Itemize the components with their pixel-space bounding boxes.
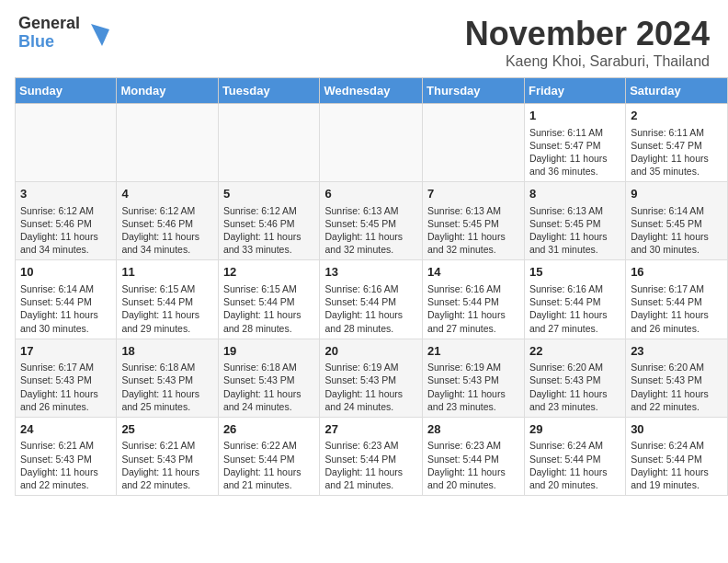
calendar-week-row: 3Sunrise: 6:12 AM Sunset: 5:46 PM Daylig… [16,182,728,260]
logo: General Blue [18,15,109,52]
calendar-table: SundayMondayTuesdayWednesdayThursdayFrid… [15,77,728,496]
day-number: 4 [121,186,212,202]
day-info: Sunrise: 6:19 AM Sunset: 5:43 PM Dayligh… [427,362,506,412]
day-info: Sunrise: 6:16 AM Sunset: 5:44 PM Dayligh… [529,283,608,334]
calendar-cell: 5Sunrise: 6:12 AM Sunset: 5:46 PM Daylig… [218,182,320,260]
day-number: 14 [427,264,519,281]
day-info: Sunrise: 6:11 AM Sunset: 5:47 PM Dayligh… [631,127,709,178]
day-number: 7 [427,186,519,202]
day-number: 22 [529,343,620,360]
calendar-cell: 4Sunrise: 6:12 AM Sunset: 5:46 PM Daylig… [117,182,218,260]
day-info: Sunrise: 6:17 AM Sunset: 5:44 PM Dayligh… [631,283,709,334]
day-info: Sunrise: 6:14 AM Sunset: 5:45 PM Dayligh… [631,205,709,256]
day-info: Sunrise: 6:20 AM Sunset: 5:43 PM Dayligh… [529,362,608,412]
day-info: Sunrise: 6:21 AM Sunset: 5:43 PM Dayligh… [20,440,98,490]
day-info: Sunrise: 6:23 AM Sunset: 5:44 PM Dayligh… [427,440,506,490]
day-info: Sunrise: 6:12 AM Sunset: 5:46 PM Dayligh… [121,205,199,256]
logo-text: General Blue [18,15,80,52]
calendar-cell [423,104,525,182]
title-block: November 2024 Kaeng Khoi, Saraburi, Thai… [465,15,710,70]
weekday-header-friday: Friday [524,78,625,104]
calendar-cell: 19Sunrise: 6:18 AM Sunset: 5:43 PM Dayli… [218,339,320,417]
day-number: 8 [529,186,620,202]
day-info: Sunrise: 6:24 AM Sunset: 5:44 PM Dayligh… [631,440,709,490]
day-info: Sunrise: 6:15 AM Sunset: 5:44 PM Dayligh… [121,283,199,334]
calendar-cell: 9Sunrise: 6:14 AM Sunset: 5:45 PM Daylig… [626,182,728,260]
day-info: Sunrise: 6:13 AM Sunset: 5:45 PM Dayligh… [529,205,608,256]
logo-general: General [18,15,80,33]
day-number: 2 [631,108,722,124]
calendar-cell: 11Sunrise: 6:15 AM Sunset: 5:44 PM Dayli… [117,260,218,339]
day-info: Sunrise: 6:13 AM Sunset: 5:45 PM Dayligh… [324,205,403,256]
day-info: Sunrise: 6:15 AM Sunset: 5:44 PM Dayligh… [223,283,301,334]
weekday-header-sunday: Sunday [16,78,117,104]
day-info: Sunrise: 6:11 AM Sunset: 5:47 PM Dayligh… [529,127,608,178]
day-info: Sunrise: 6:16 AM Sunset: 5:44 PM Dayligh… [427,283,506,334]
calendar-cell: 30Sunrise: 6:24 AM Sunset: 5:44 PM Dayli… [626,417,728,495]
day-number: 12 [223,264,315,281]
calendar-cell: 25Sunrise: 6:21 AM Sunset: 5:43 PM Dayli… [117,417,218,495]
calendar-cell: 13Sunrise: 6:16 AM Sunset: 5:44 PM Dayli… [320,260,423,339]
day-number: 5 [223,186,315,202]
day-info: Sunrise: 6:16 AM Sunset: 5:44 PM Dayligh… [324,283,403,334]
day-info: Sunrise: 6:14 AM Sunset: 5:44 PM Dayligh… [20,283,98,334]
calendar-cell: 14Sunrise: 6:16 AM Sunset: 5:44 PM Dayli… [423,260,525,339]
calendar-cell: 27Sunrise: 6:23 AM Sunset: 5:44 PM Dayli… [320,417,423,495]
day-info: Sunrise: 6:17 AM Sunset: 5:43 PM Dayligh… [20,362,98,412]
calendar-cell: 6Sunrise: 6:13 AM Sunset: 5:45 PM Daylig… [320,182,423,260]
calendar-cell: 7Sunrise: 6:13 AM Sunset: 5:45 PM Daylig… [423,182,525,260]
weekday-header-tuesday: Tuesday [218,78,320,104]
calendar-cell: 10Sunrise: 6:14 AM Sunset: 5:44 PM Dayli… [16,260,117,339]
calendar-cell: 22Sunrise: 6:20 AM Sunset: 5:43 PM Dayli… [524,339,625,417]
logo-icon [84,20,109,46]
calendar-cell: 21Sunrise: 6:19 AM Sunset: 5:43 PM Dayli… [423,339,525,417]
day-info: Sunrise: 6:13 AM Sunset: 5:45 PM Dayligh… [427,205,506,256]
day-number: 30 [631,421,722,438]
day-number: 20 [324,343,417,360]
calendar-cell [117,104,218,182]
day-info: Sunrise: 6:12 AM Sunset: 5:46 PM Dayligh… [20,205,98,256]
day-number: 29 [529,421,620,438]
day-number: 13 [324,264,417,281]
logo-blue: Blue [18,33,80,52]
calendar-cell: 23Sunrise: 6:20 AM Sunset: 5:43 PM Dayli… [626,339,728,417]
day-number: 23 [631,343,722,360]
day-info: Sunrise: 6:23 AM Sunset: 5:44 PM Dayligh… [324,440,403,490]
day-number: 26 [223,421,315,438]
day-number: 21 [427,343,519,360]
day-number: 10 [20,264,111,281]
day-number: 16 [631,264,722,281]
day-number: 24 [20,421,111,438]
day-number: 1 [529,108,620,124]
day-info: Sunrise: 6:22 AM Sunset: 5:44 PM Dayligh… [223,440,301,490]
calendar-cell: 17Sunrise: 6:17 AM Sunset: 5:43 PM Dayli… [16,339,117,417]
day-number: 11 [121,264,212,281]
calendar-cell [320,104,423,182]
svg-marker-0 [91,24,109,46]
calendar-week-row: 17Sunrise: 6:17 AM Sunset: 5:43 PM Dayli… [16,339,728,417]
day-info: Sunrise: 6:24 AM Sunset: 5:44 PM Dayligh… [529,440,608,490]
calendar-cell: 1Sunrise: 6:11 AM Sunset: 5:47 PM Daylig… [524,104,625,182]
day-number: 3 [20,186,111,202]
day-info: Sunrise: 6:18 AM Sunset: 5:43 PM Dayligh… [121,362,199,412]
day-info: Sunrise: 6:18 AM Sunset: 5:43 PM Dayligh… [223,362,301,412]
calendar-week-row: 24Sunrise: 6:21 AM Sunset: 5:43 PM Dayli… [16,417,728,495]
day-number: 17 [20,343,111,360]
calendar-cell: 3Sunrise: 6:12 AM Sunset: 5:46 PM Daylig… [16,182,117,260]
calendar-cell [218,104,320,182]
day-number: 28 [427,421,519,438]
calendar-cell: 12Sunrise: 6:15 AM Sunset: 5:44 PM Dayli… [218,260,320,339]
month-title: November 2024 [465,15,710,53]
day-number: 25 [121,421,212,438]
day-info: Sunrise: 6:19 AM Sunset: 5:43 PM Dayligh… [324,362,403,412]
calendar-cell: 29Sunrise: 6:24 AM Sunset: 5:44 PM Dayli… [524,417,625,495]
calendar-cell: 26Sunrise: 6:22 AM Sunset: 5:44 PM Dayli… [218,417,320,495]
calendar-cell: 2Sunrise: 6:11 AM Sunset: 5:47 PM Daylig… [626,104,728,182]
calendar-header-row: SundayMondayTuesdayWednesdayThursdayFrid… [16,78,728,104]
day-info: Sunrise: 6:21 AM Sunset: 5:43 PM Dayligh… [121,440,199,490]
day-number: 18 [121,343,212,360]
day-number: 15 [529,264,620,281]
day-number: 9 [631,186,722,202]
calendar-cell: 8Sunrise: 6:13 AM Sunset: 5:45 PM Daylig… [524,182,625,260]
day-number: 6 [324,186,417,202]
